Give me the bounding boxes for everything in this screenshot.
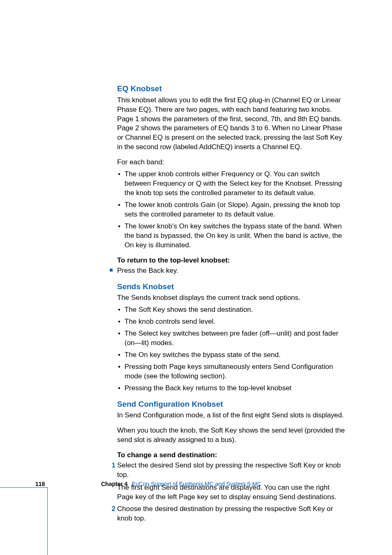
chapter-ref: Chapter 4EuCon Support of Euphonix MC an… [101, 480, 261, 488]
list-eq-bullets: The upper knob controls either Frequency… [117, 170, 347, 250]
section-send-config-knobset: Send Configuration Knobset In Send Confi… [117, 399, 347, 523]
chapter-label: Chapter 4 [101, 481, 128, 487]
section-eq-knobset: EQ Knobset This knobset allows you to ed… [117, 83, 347, 276]
list-item: The lower knob's On key switches the byp… [117, 222, 347, 250]
step-press-back: Press the Back key. [110, 266, 347, 276]
list-item: Pressing both Page keys simultaneously e… [117, 362, 347, 381]
step-text: Press the Back key. [117, 266, 347, 276]
list-item: The upper knob controls either Frequency… [117, 170, 347, 198]
list-item: The Select key switches between pre fade… [117, 329, 347, 348]
para-eq-lead: For each band: [117, 158, 347, 167]
heading-sends-knobset: Sends Knobset [117, 281, 347, 292]
chapter-title: EuCon Support of Euphonix MC and System … [132, 481, 261, 487]
list-sendconfig-steps: 1 Select the desired Send slot by pressi… [117, 461, 347, 523]
para-sendconfig-2: When you touch the knob, the Soft Key sh… [117, 426, 347, 445]
section-sends-knobset: Sends Knobset The Sends knobset displays… [117, 281, 347, 393]
list-item: The lower knob controls Gain (or Slope).… [117, 200, 347, 219]
instr-change-dest: To change a send destination: [117, 451, 347, 460]
instr-return: To return to the top-level knobset: [117, 256, 347, 265]
step-number: 2 [110, 504, 115, 514]
list-item: The On key switches the bypass state of … [117, 350, 347, 360]
main-content: EQ Knobset This knobset allows you to ed… [117, 83, 347, 529]
step-text: Select the desired Send slot by pressing… [117, 461, 347, 480]
corner-rule-horizontal [0, 487, 47, 488]
step-text: Choose the desired destination by pressi… [117, 504, 347, 523]
list-item: 2 Choose the desired destination by pres… [110, 504, 347, 523]
heading-eq-knobset: EQ Knobset [117, 83, 347, 94]
step-number: 1 [110, 461, 115, 470]
corner-rule-vertical [47, 487, 48, 555]
para-sendconfig-1: In Send Configuration mode, a list of th… [117, 411, 347, 420]
list-item: The knob controls send level. [117, 317, 347, 327]
para-eq-intro: This knobset allows you to edit the firs… [117, 96, 347, 152]
heading-send-config: Send Configuration Knobset [117, 399, 347, 410]
square-bullet-icon [110, 269, 113, 272]
list-item: The Soft Key shows the send destination. [117, 305, 347, 315]
para-sends-intro: The Sends knobset displays the current t… [117, 293, 347, 303]
list-sends-bullets: The Soft Key shows the send destination.… [117, 305, 347, 393]
list-item: Pressing the Back key returns to the top… [117, 384, 347, 393]
